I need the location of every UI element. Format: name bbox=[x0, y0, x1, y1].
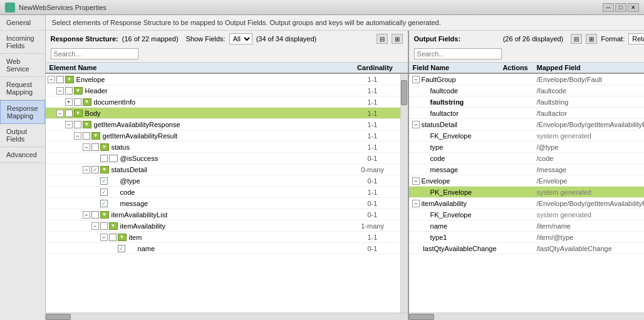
expand-icon[interactable]: − bbox=[412, 121, 420, 128]
sidebar-item-advanced[interactable]: Advanced bbox=[0, 147, 45, 163]
right-hscrollbar-thumb[interactable] bbox=[409, 314, 434, 320]
type-icon bbox=[109, 155, 118, 162]
left-tree-row[interactable]: −▼getItemAvailabilityResult1-1 bbox=[46, 130, 400, 142]
sidebar-item-output-fields[interactable]: Output Fields bbox=[0, 124, 45, 147]
expand-icon[interactable]: − bbox=[65, 121, 73, 128]
left-scrollbar[interactable] bbox=[400, 74, 408, 312]
sidebar-item-request-mapping[interactable]: Request Mapping bbox=[0, 77, 45, 100]
expand-icon[interactable]: − bbox=[56, 87, 64, 95]
sidebar-item-response-mapping[interactable]: Response Mapping bbox=[0, 100, 45, 124]
expand-icon[interactable]: − bbox=[83, 211, 90, 219]
left-tree-row[interactable]: @isSuccess0-1 bbox=[46, 153, 400, 164]
left-tree-row[interactable]: name0-1 bbox=[46, 243, 400, 254]
tree-checkbox[interactable] bbox=[65, 87, 73, 95]
left-tree-row[interactable]: −▼itemAvailabilityList0-1 bbox=[46, 209, 400, 220]
left-tree-row[interactable]: message0-1 bbox=[46, 198, 400, 209]
right-row-label: FaultGroup bbox=[422, 76, 456, 83]
right-tree-row[interactable]: −itemAvailability/Envelope/Body/getItemA… bbox=[409, 198, 644, 209]
expand-icon[interactable]: − bbox=[412, 177, 420, 185]
close-button[interactable]: ✕ bbox=[628, 3, 639, 12]
expand-icon[interactable]: − bbox=[412, 200, 420, 207]
restore-button[interactable]: □ bbox=[615, 3, 626, 12]
right-tree-row[interactable]: FK_Envelopesystem generated bbox=[409, 130, 644, 142]
right-hscrollbar[interactable] bbox=[409, 312, 644, 320]
mapped-field-cell: /code bbox=[534, 155, 644, 162]
left-tree-row[interactable]: @type0-1 bbox=[46, 175, 400, 187]
tree-checkbox[interactable] bbox=[56, 76, 64, 83]
tree-checkbox[interactable] bbox=[91, 143, 99, 151]
right-tree-row[interactable]: faultstring/faultstring bbox=[409, 96, 644, 108]
right-tree-row[interactable]: name/item/name bbox=[409, 220, 644, 232]
sidebar-item-web-service[interactable]: Web Service bbox=[0, 54, 45, 77]
tree-checkbox[interactable] bbox=[65, 110, 73, 117]
right-tree-row[interactable]: −Envelope/Envelope bbox=[409, 175, 644, 187]
tree-checkbox[interactable] bbox=[100, 177, 108, 185]
expand-icon[interactable]: − bbox=[74, 132, 81, 140]
tree-checkbox[interactable] bbox=[74, 98, 81, 106]
right-tree-row[interactable]: code/code bbox=[409, 153, 644, 164]
left-tree-row[interactable]: −▼statusDetail0-many bbox=[46, 164, 400, 175]
sidebar-item-incoming-fields[interactable]: Incoming Fields bbox=[0, 31, 45, 54]
tree-row-label: code bbox=[120, 188, 135, 196]
tree-checkbox[interactable] bbox=[74, 121, 81, 128]
cardinality-cell: 1-many bbox=[350, 222, 400, 230]
format-select[interactable]: Relational bbox=[628, 33, 644, 44]
minimize-button[interactable]: ─ bbox=[603, 3, 614, 12]
right-tree-area[interactable]: −FaultGroup/Envelope/Body/Faultfaultcode… bbox=[409, 74, 644, 312]
right-copy-icon[interactable]: ⊟ bbox=[571, 34, 582, 44]
left-tree-row[interactable]: −▼Header1-1 bbox=[46, 85, 400, 96]
expand-icon[interactable]: − bbox=[100, 234, 108, 241]
left-tree-row[interactable]: −▼itemAvailability1-many bbox=[46, 220, 400, 232]
paste-icon[interactable]: ⊞ bbox=[392, 34, 403, 44]
right-row-label: type1 bbox=[430, 234, 447, 241]
right-row-label: faultcode bbox=[430, 87, 459, 95]
mapped-field-cell: system generated bbox=[534, 211, 644, 219]
cardinality-cell: 1-1 bbox=[350, 87, 400, 95]
right-tree-row[interactable]: PK_Envelopesystem generated bbox=[409, 187, 644, 198]
tree-checkbox[interactable] bbox=[109, 234, 117, 241]
expand-icon[interactable]: − bbox=[56, 110, 64, 117]
left-hscrollbar-thumb[interactable] bbox=[46, 314, 71, 320]
left-tree-row[interactable]: +▼documentInfo1-1 bbox=[46, 96, 400, 108]
expand-icon[interactable]: + bbox=[65, 98, 73, 106]
left-hscrollbar[interactable] bbox=[46, 312, 408, 320]
tree-checkbox[interactable] bbox=[100, 222, 108, 230]
copy-icon[interactable]: ⊟ bbox=[377, 34, 388, 44]
left-tree-row[interactable]: −▼status1-1 bbox=[46, 142, 400, 153]
right-tree-row[interactable]: lastQtyAvailableChange/lastQtyAvailableC… bbox=[409, 243, 644, 254]
tree-row-label: Header bbox=[85, 87, 108, 95]
left-search-input[interactable] bbox=[51, 48, 138, 59]
tree-checkbox[interactable] bbox=[100, 155, 108, 162]
show-fields-select[interactable]: All bbox=[229, 33, 252, 44]
tree-checkbox[interactable] bbox=[83, 132, 90, 140]
right-tree-row[interactable]: type/@type bbox=[409, 142, 644, 153]
sidebar-item-general[interactable]: General bbox=[0, 15, 45, 31]
right-row-label: type bbox=[430, 143, 444, 151]
left-scrollbar-thumb[interactable] bbox=[401, 80, 407, 105]
left-tree-row[interactable]: −▼Envelope1-1 bbox=[46, 74, 400, 85]
tree-checkbox[interactable] bbox=[100, 200, 108, 207]
right-search-input[interactable] bbox=[414, 48, 502, 59]
expand-icon[interactable]: − bbox=[412, 76, 420, 83]
expand-icon[interactable]: − bbox=[48, 76, 55, 83]
right-tree-row[interactable]: −statusDetail/Envelope/Body/getItemAvail… bbox=[409, 119, 644, 130]
left-tree-row[interactable]: −▼getItemAvailabilityResponse1-1 bbox=[46, 119, 400, 130]
expand-icon[interactable]: − bbox=[91, 222, 99, 230]
left-tree-area[interactable]: −▼Envelope1-1−▼Header1-1+▼documentInfo1-… bbox=[46, 74, 400, 312]
right-tree-row[interactable]: message/message bbox=[409, 164, 644, 175]
right-paste-icon[interactable]: ⊞ bbox=[586, 34, 597, 44]
tree-checkbox[interactable] bbox=[100, 188, 108, 196]
tree-checkbox[interactable] bbox=[91, 166, 99, 173]
right-tree-row[interactable]: faultcode/faultcode bbox=[409, 85, 644, 96]
right-tree-row[interactable]: faultactor/faultactor bbox=[409, 108, 644, 119]
right-tree-row[interactable]: −FaultGroup/Envelope/Body/Fault bbox=[409, 74, 644, 85]
tree-checkbox[interactable] bbox=[118, 245, 125, 252]
expand-icon[interactable]: − bbox=[83, 143, 90, 151]
expand-icon[interactable]: − bbox=[83, 166, 90, 173]
right-tree-row[interactable]: FK_Envelopesystem generated bbox=[409, 209, 644, 220]
left-tree-row[interactable]: −▼item1-1 bbox=[46, 232, 400, 243]
left-tree-row[interactable]: code1-1 bbox=[46, 187, 400, 198]
left-tree-row[interactable]: −▼Body1-1 bbox=[46, 108, 400, 119]
tree-checkbox[interactable] bbox=[91, 211, 99, 219]
right-tree-row[interactable]: type1/item/@type bbox=[409, 232, 644, 243]
